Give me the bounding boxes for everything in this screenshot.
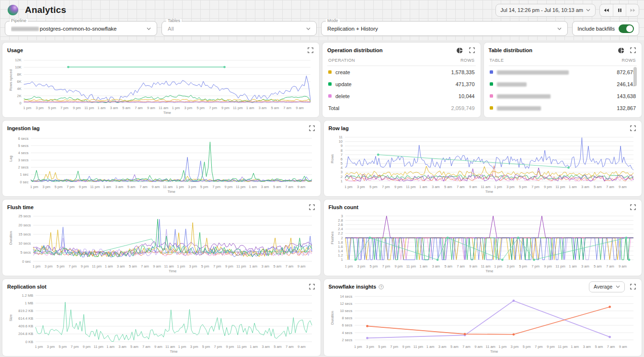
scrollbar[interactable]: [633, 67, 637, 86]
svg-text:Time: Time: [163, 111, 171, 115]
svg-text:9 am: 9 am: [474, 345, 483, 349]
tables-select[interactable]: Tables All: [161, 21, 317, 36]
svg-text:0 sec: 0 sec: [22, 259, 31, 264]
pipeline-select[interactable]: Pipeline postgres-common-to-snowflake: [5, 21, 157, 36]
svg-text:3 am: 3 am: [118, 345, 126, 349]
expand-icon[interactable]: [629, 46, 637, 54]
svg-text:3 pm: 3 pm: [190, 345, 198, 349]
row-lag-chart[interactable]: 12345678910111 pm3 pm5 pm7 pm9 pm11 pm1 …: [329, 133, 637, 194]
date-range-picker[interactable]: Jul 14, 12:26 pm - Jul 16, 10:13 am: [495, 4, 596, 17]
svg-text:11 pm: 11 pm: [406, 264, 415, 268]
svg-text:11 am: 11 am: [481, 264, 490, 268]
rewind-button[interactable]: [600, 4, 613, 16]
svg-text:204.8 KB: 204.8 KB: [18, 332, 33, 336]
replication-slot-chart[interactable]: 0 KB204.8 KB409.6 KB614.4 KB819.2 KB1 MB…: [7, 291, 316, 354]
svg-text:5 secs: 5 secs: [21, 250, 31, 255]
svg-text:3 am: 3 am: [432, 264, 440, 268]
include-backfills-toggle[interactable]: [619, 24, 634, 33]
svg-text:1 pm: 1 pm: [172, 106, 180, 110]
svg-text:7 pm: 7 pm: [214, 345, 222, 349]
svg-text:11 am: 11 am: [159, 106, 168, 110]
svg-text:Lag: Lag: [9, 156, 13, 162]
row-value: 471,370: [456, 81, 475, 87]
svg-text:1 pm: 1 pm: [33, 264, 41, 268]
flush-time-chart[interactable]: 0 sec5 secs10 secs15 secs20 secs25 secs1…: [7, 212, 316, 274]
svg-text:9 am: 9 am: [298, 264, 306, 268]
expand-icon[interactable]: [308, 124, 316, 132]
svg-text:7 am: 7 am: [285, 185, 293, 189]
svg-text:11 pm: 11 pm: [558, 345, 567, 349]
svg-text:20 secs: 20 secs: [18, 223, 31, 227]
svg-text:5 am: 5 am: [127, 185, 136, 189]
svg-text:1 pm: 1 pm: [344, 185, 352, 189]
help-icon[interactable]: ?: [379, 284, 384, 290]
svg-text:819.2 KB: 819.2 KB: [18, 309, 33, 313]
ingestion-lag-chart[interactable]: 0 sec1 sec2 secs3 secs4 secs5 secs6 secs…: [7, 133, 316, 194]
column-header: ROWS: [621, 58, 636, 63]
svg-text:7 pm: 7 pm: [390, 345, 398, 349]
svg-text:9 am: 9 am: [298, 185, 306, 189]
svg-text:5 pm: 5 pm: [59, 345, 67, 349]
pie-chart-icon[interactable]: [456, 46, 464, 54]
flush-count-chart[interactable]: 11.21.41.61.822.22.42.62.831 pm3 pm5 pm7…: [329, 212, 637, 274]
svg-text:1.6: 1.6: [338, 245, 343, 249]
svg-text:11 pm: 11 pm: [84, 106, 94, 110]
row-label: Total: [328, 105, 451, 111]
series-color-marker: [490, 82, 493, 86]
forward-button[interactable]: [626, 4, 639, 16]
svg-text:5 am: 5 am: [129, 264, 137, 268]
svg-text:5 am: 5 am: [595, 345, 603, 349]
svg-text:8K: 8K: [17, 72, 22, 77]
svg-text:3 pm: 3 pm: [510, 345, 518, 349]
svg-text:7 am: 7 am: [606, 264, 614, 268]
svg-text:3 pm: 3 pm: [357, 264, 365, 268]
expand-icon[interactable]: [468, 46, 476, 54]
pause-button[interactable]: [613, 4, 626, 16]
svg-text:2.4: 2.4: [338, 227, 343, 231]
expand-icon[interactable]: [629, 203, 637, 211]
svg-text:7 am: 7 am: [457, 264, 465, 268]
svg-text:9 pm: 9 pm: [221, 106, 230, 110]
svg-text:3 pm: 3 pm: [35, 106, 44, 110]
usage-chart[interactable]: 02K4K6K8K10K12K1 pm3 pm5 pm7 pm9 pm11 pm…: [7, 55, 314, 115]
svg-text:9 pm: 9 pm: [394, 264, 402, 268]
svg-text:4 secs: 4 secs: [18, 151, 29, 155]
table-distribution-card: Table distribution TABLE ROWS 872,675246…: [483, 42, 643, 118]
svg-text:9 pm: 9 pm: [394, 185, 402, 189]
mode-select[interactable]: Mode Replication + History: [321, 21, 568, 36]
svg-text:11 pm: 11 pm: [92, 264, 102, 268]
expand-icon[interactable]: [308, 283, 316, 290]
svg-text:25 secs: 25 secs: [18, 214, 31, 218]
svg-text:7 pm: 7 pm: [382, 264, 390, 268]
row-label: create: [335, 69, 451, 75]
snowflake-insights-chart[interactable]: 2 secs4 secs6 secs8 secs10 secs12 secs14…: [329, 291, 637, 354]
column-header: TABLE: [490, 58, 504, 63]
card-title: Snowflake insights: [329, 284, 377, 290]
svg-text:7 am: 7 am: [456, 185, 464, 189]
svg-text:5 pm: 5 pm: [519, 264, 527, 268]
svg-text:3 am: 3 am: [262, 345, 270, 349]
svg-text:1 am: 1 am: [426, 345, 434, 349]
date-range-value: Jul 14, 12:26 pm - Jul 16, 10:13 am: [501, 7, 583, 13]
series-color-marker: [328, 70, 332, 74]
svg-text:1 am: 1 am: [250, 345, 258, 349]
svg-text:11 am: 11 am: [165, 345, 175, 349]
svg-text:1 am: 1 am: [105, 264, 113, 268]
expand-icon[interactable]: [308, 203, 316, 211]
svg-text:3 am: 3 am: [110, 106, 118, 110]
svg-text:7 pm: 7 pm: [212, 185, 220, 189]
include-backfills-label: Include backfills: [577, 26, 615, 32]
svg-text:3 pm: 3 pm: [188, 185, 196, 189]
svg-text:1 am: 1 am: [569, 264, 577, 268]
expand-icon[interactable]: [629, 283, 637, 290]
pie-chart-icon[interactable]: [617, 46, 625, 54]
svg-text:12K: 12K: [15, 58, 21, 62]
svg-text:12 secs: 12 secs: [340, 301, 352, 306]
expand-icon[interactable]: [629, 124, 637, 132]
svg-text:3 pm: 3 pm: [189, 264, 197, 268]
svg-text:9 am: 9 am: [147, 106, 155, 110]
svg-text:1 am: 1 am: [249, 185, 257, 189]
svg-text:10K: 10K: [15, 65, 21, 69]
pipeline-value: postgres-common-to-snowflake: [11, 26, 143, 32]
expand-icon[interactable]: [307, 46, 314, 54]
